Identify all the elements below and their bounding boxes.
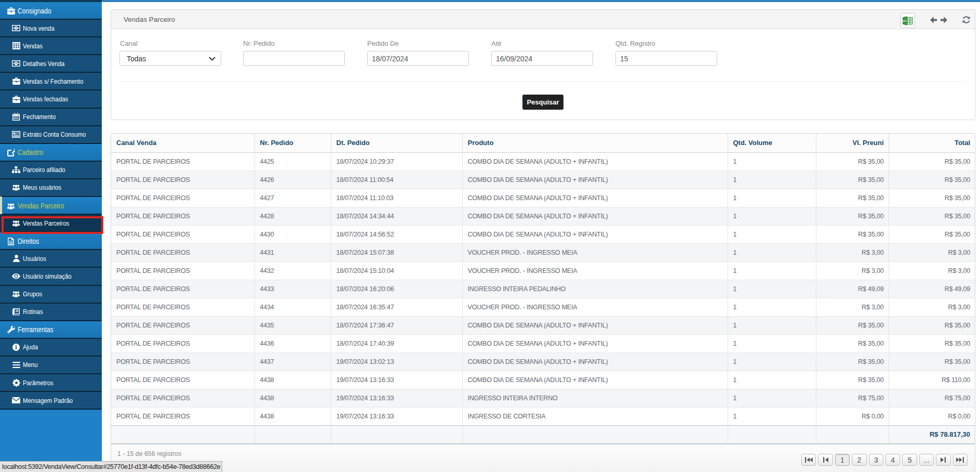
svg-text:xls: xls	[903, 19, 907, 22]
